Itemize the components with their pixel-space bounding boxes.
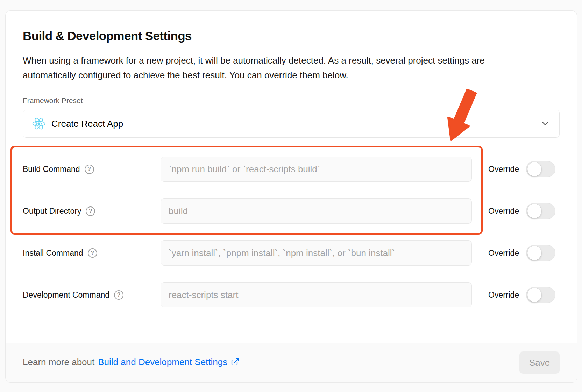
help-icon[interactable]: ?	[88, 248, 97, 258]
toggle-knob	[527, 204, 541, 218]
build-settings-card: Build & Development Settings When using …	[5, 10, 577, 383]
row-output-directory: Output Directory ? Override	[23, 198, 560, 224]
output-directory-label: Output Directory	[23, 206, 81, 216]
toggle-knob	[527, 162, 541, 176]
framework-selected-value: Create React App	[51, 118, 123, 129]
footer-text-prefix: Learn more about	[23, 357, 94, 367]
install-command-label: Install Command	[23, 248, 83, 258]
help-icon[interactable]: ?	[114, 290, 123, 300]
save-button[interactable]: Save	[519, 351, 560, 374]
docs-link-label: Build and Development Settings	[98, 357, 227, 367]
external-link-icon	[231, 358, 239, 368]
override-label: Override	[488, 206, 519, 216]
row-development-command: Development Command ? Override	[23, 282, 560, 307]
framework-preset-select[interactable]: Create React App	[23, 110, 560, 138]
install-command-override-toggle[interactable]	[526, 245, 555, 261]
install-command-input[interactable]	[161, 240, 472, 266]
build-command-label: Build Command	[23, 165, 80, 174]
toggle-knob	[527, 288, 541, 302]
chevron-down-icon	[540, 119, 550, 129]
footer-text: Learn more aboutBuild and Development Se…	[23, 357, 239, 369]
output-directory-input[interactable]	[161, 198, 472, 224]
page-title: Build & Development Settings	[23, 30, 560, 42]
output-directory-override-toggle[interactable]	[526, 203, 555, 219]
settings-rows: Build Command ? Override Output Director…	[23, 157, 560, 307]
development-command-override-toggle[interactable]	[526, 287, 555, 303]
override-label: Override	[488, 248, 519, 258]
docs-link[interactable]: Build and Development Settings	[98, 357, 239, 367]
build-command-input[interactable]	[161, 157, 472, 182]
override-label: Override	[488, 165, 519, 174]
development-command-label: Development Command	[23, 290, 109, 300]
framework-preset-label: Framework Preset	[23, 96, 560, 105]
development-command-input[interactable]	[161, 282, 472, 307]
card-body: Build & Development Settings When using …	[6, 11, 577, 343]
toggle-knob	[527, 246, 541, 260]
page-description: When using a framework for a new project…	[23, 53, 533, 82]
row-build-command: Build Command ? Override	[23, 157, 560, 182]
react-logo-icon	[32, 117, 45, 130]
card-footer: Learn more aboutBuild and Development Se…	[6, 343, 577, 382]
build-command-override-toggle[interactable]	[526, 161, 555, 177]
override-label: Override	[488, 290, 519, 300]
help-icon[interactable]: ?	[86, 206, 95, 216]
row-install-command: Install Command ? Override	[23, 240, 560, 266]
help-icon[interactable]: ?	[85, 165, 94, 174]
